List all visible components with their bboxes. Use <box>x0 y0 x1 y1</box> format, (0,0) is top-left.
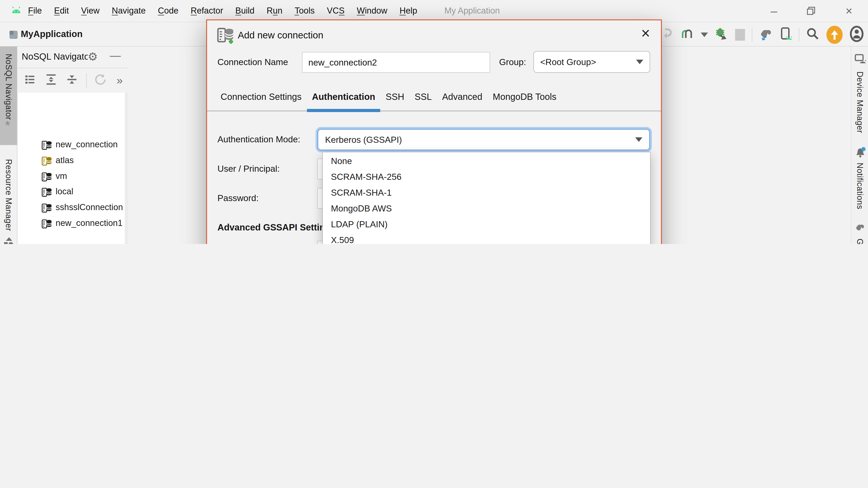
restore-button[interactable] <box>802 3 820 19</box>
connection-item[interactable]: atlas <box>41 154 74 167</box>
connection-name: new_connection <box>56 140 118 150</box>
connection-item[interactable]: new_connection1 <box>41 217 123 230</box>
dialog-title: Add new connection <box>238 30 323 41</box>
run-on-device-icon[interactable] <box>780 27 792 42</box>
menu-navigate[interactable]: Navigate <box>112 6 146 16</box>
tool-tab-device-manager[interactable]: Device Manager <box>855 71 864 133</box>
tool-tab-notifications[interactable]: Notifications <box>855 163 864 209</box>
connection-name: atlas <box>56 156 74 165</box>
dialog-tabs: Connection Settings Authentication SSH S… <box>221 92 557 102</box>
stop-icon[interactable] <box>735 29 745 41</box>
chevron-down-icon <box>636 60 643 64</box>
group-label: Group: <box>499 57 526 67</box>
minimize-button[interactable]: – <box>765 3 783 19</box>
panel-toolbar: » <box>17 68 128 93</box>
tabs-divider <box>207 110 661 111</box>
menu-code[interactable]: Code <box>158 6 179 16</box>
option-mongodb-aws[interactable]: MongoDB AWS <box>323 201 650 217</box>
menu-help[interactable]: Help <box>399 6 417 16</box>
window-title: My Application <box>444 6 500 16</box>
connection-item[interactable]: local <box>41 185 73 198</box>
gear-icon[interactable]: ⚙ <box>88 50 98 63</box>
refresh-icon <box>94 74 106 87</box>
connection-name: sshsslConnection <box>56 202 123 213</box>
group-by-icon[interactable] <box>25 74 35 86</box>
menu-vcs[interactable]: VCS <box>327 6 344 16</box>
connection-item[interactable]: sshsslConnection <box>41 201 123 214</box>
menu-file[interactable]: File <box>28 6 42 16</box>
more-actions-icon[interactable]: » <box>117 74 123 87</box>
connection-name-label: Connection Name <box>217 57 288 67</box>
tab-ssl[interactable]: SSL <box>414 92 432 102</box>
connection-item[interactable]: new_connection <box>41 138 118 151</box>
left-tool-stripe: NoSQL Navigator * Resource Manager Proje… <box>0 46 17 244</box>
nosql-navigator-panel: NoSQL Navigator ⚙ — » new_connection atl… <box>17 46 128 244</box>
panel-header: NoSQL Navigator ⚙ — <box>17 46 128 68</box>
resource-manager-icon[interactable] <box>3 236 14 244</box>
advanced-gssapi-heading: Advanced GSSAPI Settings <box>217 222 336 233</box>
option-none[interactable]: None <box>323 153 650 169</box>
notifications-bell-icon[interactable] <box>855 147 866 160</box>
project-name: MyApplication <box>21 29 83 39</box>
search-everywhere-icon[interactable] <box>806 27 819 42</box>
database-icon <box>41 155 52 166</box>
connection-item[interactable]: vm <box>41 169 67 183</box>
tab-advanced[interactable]: Advanced <box>442 92 483 102</box>
attach-debugger-icon[interactable] <box>715 27 728 42</box>
hide-panel-icon[interactable]: — <box>110 49 121 62</box>
collapse-all-icon[interactable] <box>66 74 77 87</box>
connections-list: new_connection atlas vm local sshsslConn… <box>18 93 125 244</box>
tab-ssh[interactable]: SSH <box>385 92 404 102</box>
database-icon <box>41 218 52 228</box>
menu-tools[interactable]: Tools <box>294 6 315 16</box>
option-scram-sha-1[interactable]: SCRAM-SHA-1 <box>323 185 650 201</box>
device-manager-icon[interactable] <box>855 54 866 66</box>
expand-all-icon[interactable] <box>46 74 57 87</box>
toolbar-separator <box>799 28 799 41</box>
menu-build[interactable]: Build <box>235 6 254 16</box>
tab-connection-settings[interactable]: Connection Settings <box>221 92 302 102</box>
modified-badge: * <box>5 118 10 133</box>
connection-name-input[interactable]: new_connection2 <box>302 52 490 73</box>
user-principal-label: User / Principal: <box>217 164 280 174</box>
gradle-elephant-icon[interactable] <box>855 223 866 234</box>
close-window-button[interactable]: × <box>840 3 858 19</box>
close-icon[interactable]: × <box>636 23 655 43</box>
database-icon <box>41 171 52 182</box>
menu-view[interactable]: View <box>81 6 100 16</box>
database-icon <box>41 186 52 197</box>
connection-name: vm <box>56 171 67 181</box>
add-connection-dialog: Add new connection × Connection Name new… <box>206 20 662 244</box>
auth-mode-label: Authentication Mode: <box>217 134 300 144</box>
tool-tab-resource-manager[interactable]: Resource Manager <box>4 159 13 231</box>
menu-refactor[interactable]: Refactor <box>191 6 223 16</box>
panel-scrollbar[interactable] <box>125 93 128 244</box>
tool-tab-gradle[interactable]: Gradle <box>855 238 864 244</box>
tab-mongodb-tools[interactable]: MongoDB Tools <box>493 92 557 102</box>
agp-upgrade-icon[interactable] <box>827 26 843 44</box>
auth-mode-select[interactable]: Kerberos (GSSAPI) <box>317 129 650 151</box>
option-ldap-plain[interactable]: LDAP (PLAIN) <box>323 217 650 232</box>
panel-title: NoSQL Navigator <box>22 52 88 62</box>
gradle-sync-icon[interactable] <box>759 28 774 42</box>
toolbar-separator <box>752 28 752 41</box>
run-config-dropdown-icon[interactable] <box>701 33 708 37</box>
tool-tab-nosql-navigator[interactable]: NoSQL Navigator <box>4 54 13 120</box>
database-icon <box>41 202 52 213</box>
profiler-run-icon[interactable] <box>680 28 694 41</box>
group-select[interactable]: <Root Group> <box>533 51 650 73</box>
profile-avatar-icon[interactable] <box>849 26 864 44</box>
option-scram-sha-256[interactable]: SCRAM-SHA-256 <box>323 169 650 185</box>
right-tool-stripe: Device Manager Notifications Gradle Devi… <box>851 46 868 244</box>
tab-authentication[interactable]: Authentication <box>312 92 375 102</box>
android-logo-icon <box>11 6 22 15</box>
menu-window[interactable]: Window <box>357 6 387 16</box>
menu-run[interactable]: Run <box>267 6 283 16</box>
rerun-icon[interactable] <box>661 28 674 42</box>
add-connection-icon <box>217 26 234 46</box>
menu-edit[interactable]: Edit <box>54 6 69 16</box>
option-x509[interactable]: X.509 <box>323 232 650 244</box>
project-icon <box>8 30 19 41</box>
menu-bar: File Edit View Navigate Code Refactor Bu… <box>0 0 868 22</box>
auth-mode-dropdown: None SCRAM-SHA-256 SCRAM-SHA-1 MongoDB A… <box>322 152 651 244</box>
